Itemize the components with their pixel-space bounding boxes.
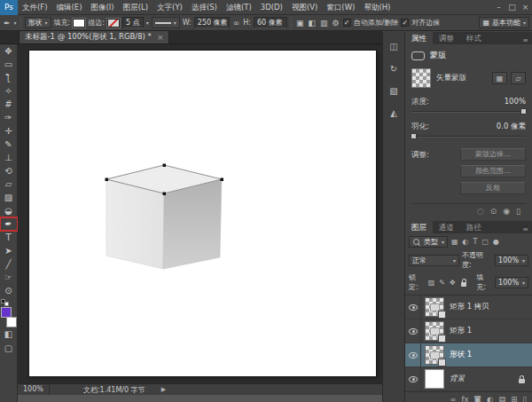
feather-value[interactable]: 0.0 像素 (497, 122, 526, 132)
stroke-color-swatch[interactable] (107, 19, 120, 28)
apply-mask-icon[interactable]: ⊙ (490, 207, 497, 216)
add-pixel-mask-button[interactable]: ▦ (492, 72, 507, 84)
delete-mask-icon[interactable]: ▯ (516, 207, 520, 216)
lasso-tool[interactable]: ƪ (0, 71, 18, 84)
tool-preset-caret-icon[interactable]: ▾ (14, 20, 17, 26)
path-selection-tool[interactable]: ➤ (0, 244, 18, 257)
history-brush-tool[interactable]: ⟲ (0, 164, 18, 177)
workspace-dropdown[interactable]: ▦ 基本功能▾ (479, 17, 529, 28)
menu-window[interactable]: 窗口(W) (322, 0, 359, 14)
path-operations-icon[interactable]: ▣ (295, 19, 305, 28)
lock-position-icon[interactable]: ✥ (449, 279, 457, 287)
crop-tool[interactable]: # (0, 98, 18, 111)
path-arrange-icon[interactable]: ▥ (319, 19, 329, 28)
layer-name[interactable]: 形状 1 (450, 350, 472, 360)
lock-transparency-icon[interactable]: ▨ (427, 279, 436, 287)
type-tool[interactable]: T (0, 231, 18, 244)
menu-image[interactable]: 图像(I) (87, 0, 119, 14)
background-color-swatch[interactable] (6, 317, 17, 327)
hand-tool[interactable]: ☞ (0, 271, 18, 284)
layer-name[interactable]: 矩形 1 (450, 326, 472, 336)
density-slider[interactable] (411, 111, 526, 113)
eyedropper-tool[interactable]: ✑ (0, 111, 18, 124)
new-group-icon[interactable]: ▤ (498, 395, 505, 402)
stroke-width-caret-icon[interactable]: ▾ (146, 20, 149, 26)
enable-mask-icon[interactable]: ◉ (503, 207, 510, 216)
tab-styles[interactable]: 样式 (460, 32, 488, 44)
stroke-style-dropdown[interactable]: ▾ (152, 17, 180, 28)
menu-layer[interactable]: 图层(L) (119, 0, 153, 14)
tab-layers[interactable]: 图层 (405, 221, 433, 233)
eraser-tool[interactable]: ▱ (0, 177, 18, 191)
mask-thumbnail[interactable] (411, 68, 431, 88)
filter-smart-objects-icon[interactable]: ● (492, 238, 500, 246)
filter-adjustment-layers-icon[interactable]: ◐ (462, 238, 470, 246)
dock-panel-icon-1[interactable]: ◫ (387, 41, 401, 53)
panel-menu-icon[interactable]: ≡ (522, 225, 528, 233)
rect-marquee-tool[interactable]: ▭ (0, 58, 18, 71)
path-alignment-icon[interactable]: ◧ (308, 19, 317, 28)
auto-add-delete-checkbox[interactable]: ✓ (343, 19, 351, 27)
dock-panel-icon-4[interactable]: ◭ (387, 107, 401, 120)
status-options-arrow-icon[interactable]: ▶ (161, 386, 166, 393)
link-dimensions-icon[interactable]: ∞ (232, 19, 241, 28)
layer-thumbnail[interactable] (425, 321, 444, 341)
eye-icon[interactable] (409, 352, 418, 359)
lock-all-icon[interactable] (461, 282, 467, 287)
clone-stamp-tool[interactable]: ⊥ (0, 151, 18, 164)
add-layer-mask-icon[interactable]: ◙ (473, 395, 481, 402)
close-button[interactable]: × (519, 0, 532, 14)
tab-channels[interactable]: 通道 (433, 221, 460, 233)
menu-edit[interactable]: 编辑(E) (52, 0, 87, 14)
panel-menu-icon[interactable]: ≡ (522, 36, 528, 44)
visibility-cell[interactable] (405, 296, 421, 319)
dock-panel-icon-2[interactable]: ↻ (387, 63, 401, 75)
foreground-color-swatch[interactable] (1, 307, 12, 318)
new-layer-icon[interactable]: ⊞ (511, 395, 517, 402)
new-adjustment-layer-icon[interactable]: ◐ (487, 395, 493, 402)
layer-name[interactable]: 矩形 1 拷贝 (450, 302, 489, 312)
layer-filter-dropdown[interactable]: 类型 ▾ (409, 236, 448, 248)
maximize-button[interactable]: □ (505, 0, 519, 14)
layer-name[interactable]: 背景 (450, 374, 465, 384)
opacity-dropdown[interactable]: 100%▾ (495, 255, 528, 266)
density-slider-thumb[interactable] (520, 108, 527, 114)
zoom-tool[interactable]: ⊙ (0, 284, 18, 297)
visibility-cell[interactable] (405, 343, 421, 367)
feather-slider-thumb[interactable] (411, 133, 417, 139)
minimize-button[interactable]: – (492, 0, 505, 14)
link-layers-icon[interactable]: ∞ (450, 395, 456, 402)
layer-row-shape1-selected[interactable]: 形状 1 (405, 343, 532, 367)
filter-pixel-layers-icon[interactable]: ▦ (450, 238, 459, 246)
layer-thumbnail[interactable] (425, 297, 444, 317)
screen-mode-icon[interactable]: ▢ (0, 342, 18, 356)
menu-view[interactable]: 视图(V) (287, 0, 322, 14)
lock-pixels-icon[interactable]: ✎ (438, 279, 446, 287)
blend-mode-dropdown[interactable]: 正常▾ (409, 255, 459, 266)
menu-3d[interactable]: 3D(D) (256, 0, 287, 14)
quick-selection-tool[interactable]: ✧ (0, 84, 18, 98)
eye-icon[interactable] (409, 328, 418, 335)
eye-icon[interactable] (409, 376, 418, 382)
zoom-level-field[interactable]: 100% (18, 384, 50, 395)
dock-panel-icon-3[interactable]: ▧ (387, 85, 401, 98)
layer-thumbnail[interactable] (425, 369, 444, 389)
quick-mask-icon[interactable]: ◧ (0, 327, 18, 342)
filter-type-layers-icon[interactable]: T (473, 238, 479, 246)
menu-help[interactable]: 帮助(H) (359, 0, 395, 14)
current-tool-icon[interactable]: ✒ (3, 19, 12, 28)
layer-style-icon[interactable]: fx (461, 395, 468, 402)
tab-properties[interactable]: 属性 (405, 32, 433, 44)
load-selection-icon[interactable]: ◌ (477, 207, 484, 216)
tab-close-icon[interactable]: × (157, 33, 164, 42)
add-vector-mask-button[interactable]: ▱ (511, 72, 526, 84)
menu-filter[interactable]: 滤镜(T) (222, 0, 256, 14)
mask-edge-button[interactable]: 蒙版边缘… (460, 148, 526, 161)
eye-icon[interactable] (409, 304, 418, 311)
gradient-tool[interactable]: ▨ (0, 191, 18, 204)
layer-thumbnail[interactable] (425, 345, 444, 365)
height-field[interactable]: 60 像素 (254, 17, 287, 28)
menu-select[interactable]: 选择(S) (187, 0, 222, 14)
tab-paths[interactable]: 路径 (460, 221, 488, 233)
fill-opacity-dropdown[interactable]: 100%▾ (495, 277, 528, 288)
